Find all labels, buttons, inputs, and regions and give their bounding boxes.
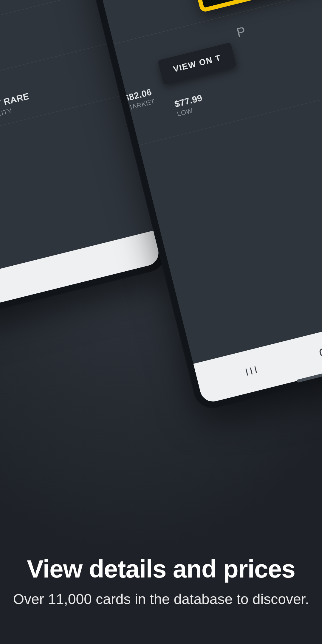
svg-rect-0	[320, 348, 322, 356]
marketing-headline: View details and prices	[12, 556, 310, 582]
trading-card-image: weakness	[155, 0, 322, 13]
marketing-sub: Over 11,000 cards in the database to dis…	[12, 590, 310, 608]
recents-icon[interactable]: III	[244, 363, 260, 378]
view-on-button[interactable]: VIEW ON T	[158, 42, 237, 85]
hp-label: HP	[0, 35, 4, 47]
home-icon[interactable]	[317, 345, 322, 360]
marketing-copy: View details and prices Over 11,000 card…	[0, 556, 322, 608]
prices-heading: P	[235, 24, 247, 41]
